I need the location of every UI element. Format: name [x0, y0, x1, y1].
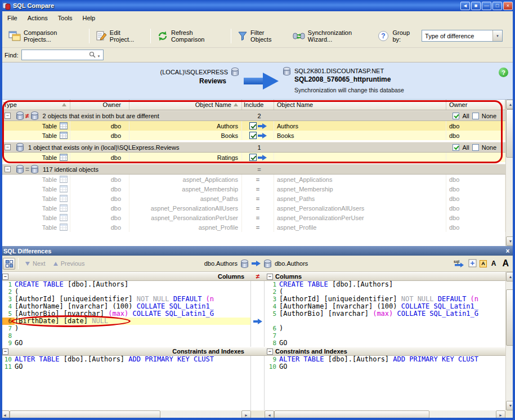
group-label: 2 objects that exist in both but are dif… [43, 113, 159, 119]
object-row[interactable]: Tabledboaspnet_Applications=aspnet_Appli… [0, 175, 505, 184]
direction-arrow-icon [252, 261, 261, 266]
window-extra-button-2[interactable]: ■ [471, 2, 481, 10]
collapse-icon[interactable] [2, 274, 8, 280]
object-name-left: aspnet_PersonalizationPerUser [129, 213, 242, 222]
comparison-projects-button[interactable]: Comparison Projects... [5, 28, 87, 44]
scroll-right-icon[interactable] [496, 410, 505, 420]
column-header-owner-left[interactable]: Owner [70, 100, 129, 110]
window-extra-button[interactable]: ◄ [460, 2, 470, 10]
object-row[interactable]: TabledboBooksBooksdbo [0, 131, 505, 140]
refresh-comparison-button[interactable]: Refresh Comparison [153, 28, 229, 44]
include-none-link[interactable]: None [482, 144, 496, 151]
section-header-right[interactable]: Columns [265, 272, 505, 281]
column-header-object-left[interactable]: Object Name [129, 100, 242, 110]
filter-objects-button[interactable]: Filter Objects [234, 28, 289, 44]
include-checkbox[interactable] [249, 154, 257, 161]
scroll-left-icon[interactable] [0, 410, 10, 420]
close-button[interactable]: × [503, 2, 513, 10]
include-all-icon[interactable] [453, 113, 459, 119]
panel-title-bar: SQL Differences [0, 246, 515, 256]
grid-header: Type Owner Object Name Include Object Na… [0, 100, 505, 110]
help-icon[interactable] [499, 68, 508, 77]
menu-tools[interactable]: Tools [53, 13, 78, 23]
title-bar[interactable]: SQL Compare ◄ ■ — □ × [0, 0, 515, 11]
object-name-right: aspnet_PersonalizationPerUser [274, 213, 446, 222]
section-header-right[interactable]: Constraints and Indexes [265, 347, 505, 356]
left-pane-hscrollbar[interactable] [0, 410, 251, 420]
grid-vertical-scrollbar[interactable] [505, 100, 515, 246]
group-row[interactable]: =117 identical objects= [0, 164, 505, 175]
help-icon[interactable]: ? [378, 30, 389, 42]
right-object-label: dbo.Authors [275, 260, 308, 267]
include-all-link[interactable]: All [462, 113, 469, 119]
filter-objects-label: Filter Objects [250, 29, 285, 43]
scroll-up-icon[interactable] [506, 100, 515, 109]
menu-file[interactable]: File [2, 13, 23, 23]
collapse-icon[interactable] [5, 144, 11, 150]
close-icon[interactable] [504, 247, 512, 255]
right-pane-hscrollbar[interactable] [265, 410, 505, 420]
include-checkbox[interactable] [249, 132, 257, 139]
equal-icon: = [256, 205, 259, 212]
column-header-include[interactable]: Include [242, 100, 274, 110]
include-none-icon[interactable] [472, 113, 479, 119]
scrollbar-thumb[interactable] [506, 289, 515, 346]
expand-all-sections-icon[interactable] [468, 259, 477, 269]
object-row[interactable]: Tabledboaspnet_PersonalizationAllUsers=a… [0, 203, 505, 213]
include-none-link[interactable]: None [482, 113, 496, 119]
edit-project-button[interactable]: Edit Project... [92, 28, 148, 44]
include-checkbox[interactable] [249, 122, 257, 129]
scrollbar-thumb[interactable] [274, 410, 429, 420]
menu-actions[interactable]: Actions [23, 13, 53, 23]
chevron-down-icon[interactable] [96, 52, 101, 59]
sql-view-icon[interactable]: sql [453, 258, 465, 269]
diff-toolbar: Next Previous dbo.Authors dbo.Authors sq… [0, 256, 515, 272]
group-by-select[interactable]: Type of difference [422, 30, 503, 42]
group-row[interactable]: ≠2 objects that exist in both but are di… [0, 110, 505, 121]
font-size-large-button[interactable]: A [500, 258, 510, 269]
column-header-type[interactable]: Type [0, 100, 70, 110]
scrollbar-thumb[interactable] [506, 109, 515, 158]
sql-text: [AuthorId] [uniqueidentifier] NOT NULL D… [279, 296, 478, 303]
menu-help[interactable]: Help [78, 13, 101, 23]
scrollbar-thumb[interactable] [10, 410, 160, 420]
object-row[interactable]: TabledboAuthorsAuthorsdbo [0, 121, 505, 131]
object-row[interactable]: Tabledboaspnet_Membership=aspnet_Members… [0, 184, 505, 194]
column-header-owner-right[interactable]: Owner [446, 100, 505, 110]
scroll-right-icon[interactable] [241, 410, 251, 420]
scroll-up-icon[interactable] [506, 272, 515, 282]
previous-difference-button[interactable]: Previous [50, 258, 89, 269]
chevron-down-icon[interactable] [492, 30, 502, 41]
object-row[interactable]: Tabledboaspnet_Paths=aspnet_Pathsdbo [0, 194, 505, 203]
include-none-icon[interactable] [472, 144, 479, 151]
sql-text: GO [15, 363, 23, 370]
view-mode-button[interactable] [3, 258, 15, 270]
minimize-button[interactable]: — [482, 2, 491, 10]
collapse-icon[interactable] [5, 166, 11, 172]
scroll-down-icon[interactable] [506, 401, 515, 410]
section-header-left[interactable]: Constraints and Indexes [0, 347, 251, 356]
group-actions: AllNone [453, 113, 496, 119]
include-all-link[interactable]: All [462, 144, 469, 151]
object-row[interactable]: TabledboRatings [0, 153, 505, 162]
object-row[interactable]: Tabledboaspnet_PersonalizationPerUser=as… [0, 213, 505, 222]
scroll-down-icon[interactable] [506, 236, 515, 246]
group-row[interactable]: 1 object that exists only in (local)\SQL… [0, 142, 505, 153]
sync-wizard-button[interactable]: Synchronization Wizard... [289, 28, 378, 44]
column-header-object-right[interactable]: Object Name [274, 100, 446, 110]
next-difference-button[interactable]: Next [21, 258, 50, 269]
collapse-icon[interactable] [267, 274, 273, 280]
maximize-button[interactable]: □ [492, 2, 502, 10]
font-size-small-button[interactable]: A [480, 260, 487, 267]
collapse-icon[interactable] [5, 113, 11, 119]
collapse-icon[interactable] [2, 348, 8, 355]
line-number: 5 [0, 310, 15, 318]
diff-vertical-scrollbar[interactable] [505, 272, 515, 410]
collapse-icon[interactable] [267, 348, 273, 355]
object-row[interactable]: Tabledboaspnet_Profile=aspnet_Profiledbo [0, 222, 505, 232]
section-header-left[interactable]: Columns [0, 272, 251, 281]
scroll-left-icon[interactable] [265, 410, 274, 420]
font-size-medium-button[interactable]: A [490, 259, 498, 268]
include-all-icon[interactable] [453, 144, 459, 151]
find-input[interactable] [21, 50, 104, 60]
